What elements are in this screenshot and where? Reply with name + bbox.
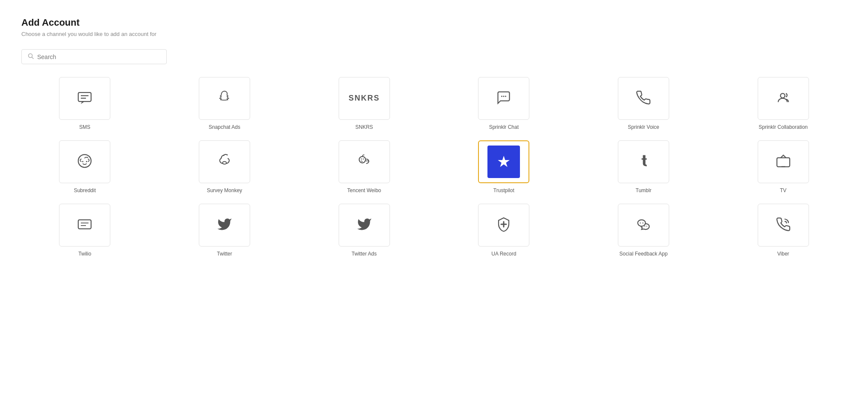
card-box-snapchat-ads <box>199 77 250 120</box>
card-twilio[interactable]: Twilio <box>21 204 148 257</box>
svg-point-16 <box>363 158 363 159</box>
card-label-twitter-ads: Twitter Ads <box>351 251 377 257</box>
search-input[interactable] <box>37 53 160 60</box>
card-label-sprinklr-voice: Sprinklr Voice <box>628 124 659 130</box>
card-label-ua-record: UA Record <box>491 251 516 257</box>
card-box-snkrs: SNKRS <box>339 77 390 120</box>
svg-rect-2 <box>78 92 91 101</box>
ua-record-icon <box>496 217 511 234</box>
card-tencent-weibo[interactable]: Tencent Weibo <box>301 140 428 193</box>
card-subreddit[interactable]: Subreddit <box>21 140 148 193</box>
card-box-twilio <box>59 204 110 247</box>
card-snkrs[interactable]: SNKRSSNKRS <box>301 77 428 130</box>
svg-point-15 <box>361 158 362 159</box>
svg-point-11 <box>86 161 87 162</box>
card-label-subreddit: Subreddit <box>74 187 96 193</box>
card-box-survey-monkey <box>199 140 250 183</box>
card-box-sprinklr-chat <box>478 77 529 120</box>
card-survey-monkey[interactable]: Survey Monkey <box>161 140 288 193</box>
svg-point-26 <box>642 223 643 223</box>
card-label-sprinklr-collaboration: Sprinklr Collaboration <box>759 124 808 130</box>
card-label-viber: Viber <box>777 251 789 257</box>
card-label-trustpilot: Trustpilot <box>493 187 514 193</box>
card-sprinklr-collaboration[interactable]: Sprinklr Collaboration <box>720 77 847 130</box>
svg-point-5 <box>501 96 502 97</box>
trustpilot-star: ★ <box>497 153 511 171</box>
trustpilot-logo: ★ <box>487 146 520 178</box>
card-box-social-feedback-app <box>618 204 669 247</box>
card-twitter[interactable]: Twitter <box>161 204 288 257</box>
svg-point-17 <box>366 160 367 161</box>
svg-point-28 <box>646 226 647 226</box>
search-bar <box>21 49 167 64</box>
card-label-snkrs: SNKRS <box>355 124 373 130</box>
subreddit-icon <box>77 153 92 170</box>
card-box-sprinklr-voice <box>618 77 669 120</box>
svg-point-12 <box>87 157 88 158</box>
sprinklr-voice-icon <box>636 90 651 107</box>
card-box-sprinklr-collaboration <box>758 77 809 120</box>
card-box-twitter <box>199 204 250 247</box>
card-box-twitter-ads <box>339 204 390 247</box>
card-label-social-feedback-app: Social Feedback App <box>620 251 668 257</box>
svg-line-1 <box>32 57 34 59</box>
svg-point-25 <box>640 223 641 223</box>
page-subtitle: Choose a channel you would like to add a… <box>21 31 847 37</box>
svg-point-14 <box>359 157 366 163</box>
card-label-survey-monkey: Survey Monkey <box>207 187 242 193</box>
survey-monkey-icon <box>217 153 232 170</box>
snkrs-logo: SNKRS <box>348 94 380 103</box>
snapchat-ads-icon <box>217 90 232 107</box>
card-box-viber <box>758 204 809 247</box>
card-box-ua-record <box>478 204 529 247</box>
card-snapchat-ads[interactable]: Snapchat Ads <box>161 77 288 130</box>
card-sprinklr-chat[interactable]: Sprinklr Chat <box>440 77 567 130</box>
svg-rect-19 <box>777 158 790 167</box>
svg-point-27 <box>644 226 645 226</box>
twilio-icon <box>77 217 92 234</box>
card-label-snapchat-ads: Snapchat Ads <box>209 124 240 130</box>
card-sms[interactable]: SMS <box>21 77 148 130</box>
card-box-trustpilot: ★ <box>478 140 529 183</box>
svg-point-24 <box>638 220 645 226</box>
card-label-twitter: Twitter <box>217 251 232 257</box>
tencent-weibo-icon <box>357 153 372 170</box>
card-ua-record[interactable]: UA Record <box>440 204 567 257</box>
card-tumblr[interactable]: Tumblr <box>580 140 707 193</box>
page-title: Add Account <box>21 17 847 28</box>
card-label-twilio: Twilio <box>78 251 91 257</box>
card-label-tencent-weibo: Tencent Weibo <box>347 187 381 193</box>
search-icon <box>28 53 34 60</box>
card-social-feedback-app[interactable]: Social Feedback App <box>580 204 707 257</box>
svg-point-7 <box>505 96 506 97</box>
twitter-icon <box>217 217 232 234</box>
card-label-sprinklr-chat: Sprinklr Chat <box>489 124 519 130</box>
twitter-ads-icon <box>357 217 372 234</box>
card-label-sms: SMS <box>79 124 90 130</box>
card-trustpilot[interactable]: ★Trustpilot <box>440 140 567 193</box>
card-sprinklr-voice[interactable]: Sprinklr Voice <box>580 77 707 130</box>
svg-point-13 <box>222 162 226 164</box>
card-viber[interactable]: Viber <box>720 204 847 257</box>
svg-point-8 <box>780 93 785 98</box>
channel-grid: SMSSnapchat AdsSNKRSSNKRSSprinklr ChatSp… <box>21 77 847 257</box>
tumblr-icon <box>636 153 651 170</box>
card-box-tumblr <box>618 140 669 183</box>
card-box-tencent-weibo <box>339 140 390 183</box>
card-box-tv <box>758 140 809 183</box>
sms-icon <box>77 90 92 107</box>
sprinklr-collaboration-icon <box>776 90 791 107</box>
card-label-tv: TV <box>780 187 786 193</box>
card-tv[interactable]: TV <box>720 140 847 193</box>
svg-point-18 <box>367 160 368 161</box>
tv-icon <box>776 153 791 170</box>
card-box-sms <box>59 77 110 120</box>
card-box-subreddit <box>59 140 110 183</box>
card-label-tumblr: Tumblr <box>636 187 652 193</box>
card-twitter-ads[interactable]: Twitter Ads <box>301 204 428 257</box>
sprinklr-chat-icon <box>496 90 511 107</box>
svg-point-10 <box>82 161 83 162</box>
svg-rect-21 <box>78 220 91 229</box>
viber-icon <box>776 217 791 234</box>
social-feedback-app-icon <box>636 217 651 234</box>
